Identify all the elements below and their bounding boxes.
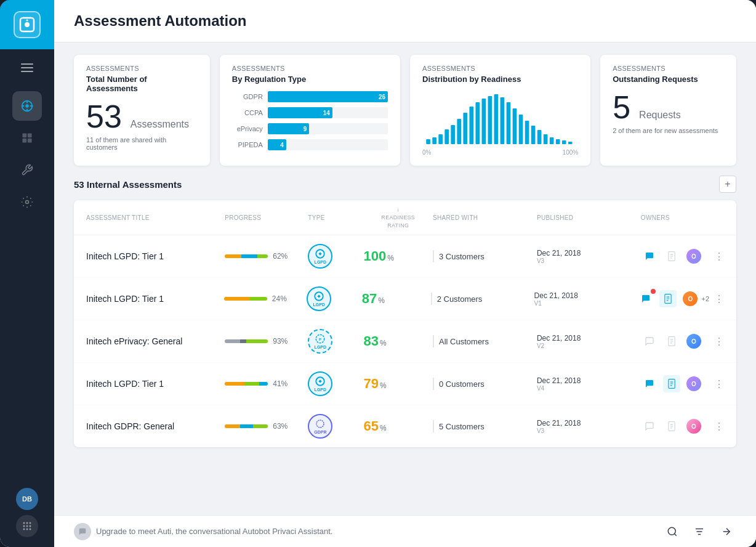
- svg-point-23: [23, 529, 25, 530]
- svg-rect-48: [562, 140, 566, 144]
- owner-avatar: O: [685, 333, 702, 350]
- svg-rect-14: [23, 139, 27, 143]
- table-section: 53 Internal Assessments + Assessment Tit…: [54, 166, 756, 515]
- assessment-name: Initech LGPD: Tier 1: [86, 379, 225, 389]
- published-cell: Dec 21, 2018 V3: [537, 419, 641, 434]
- actions-cell: O +2 ⋮: [637, 290, 724, 307]
- stat-total-unit: Assessments: [131, 119, 189, 130]
- type-badge: LGPD: [308, 371, 332, 396]
- main-content: Assessment Automation Assessments Total …: [54, 0, 756, 547]
- chat-bubble-icon: [74, 523, 91, 540]
- progress-bar: [225, 254, 268, 258]
- chat-notification-icon[interactable]: [637, 290, 654, 307]
- shared-cell: 3 Customers: [433, 250, 537, 262]
- more-menu-button[interactable]: ⋮: [714, 378, 724, 390]
- more-menu-button[interactable]: ⋮: [714, 293, 724, 305]
- bar-pipeda: PIPEDA 4: [232, 139, 388, 150]
- pub-date: Dec 21, 2018: [534, 291, 638, 300]
- stat-regulation: Assessments By Regulation Type GDPR 26 C…: [220, 55, 400, 166]
- stat-out-number: 5: [613, 91, 630, 123]
- table-title: 53 Internal Assessments: [74, 179, 182, 190]
- col-title: Assessment Title: [86, 214, 225, 221]
- bar-gdpr: GDPR 26: [232, 91, 388, 102]
- svg-line-77: [674, 533, 676, 535]
- more-menu-button[interactable]: ⋮: [714, 251, 724, 262]
- svg-rect-5: [21, 71, 33, 72]
- owner-avatar: O: [685, 418, 702, 435]
- chat-icon[interactable]: [641, 375, 658, 392]
- sidebar-item-privacy[interactable]: [12, 91, 42, 121]
- svg-rect-44: [537, 130, 542, 144]
- actions-cell: O ⋮: [641, 375, 724, 392]
- pub-date: Dec 21, 2018: [537, 334, 641, 342]
- doc-active-icon[interactable]: [659, 290, 677, 307]
- logo: [0, 0, 54, 49]
- svg-rect-33: [469, 107, 473, 144]
- sidebar-item-settings[interactable]: [12, 187, 42, 217]
- readiness-cell: 100 %: [363, 248, 433, 264]
- pub-version: V2: [537, 342, 641, 349]
- svg-rect-36: [488, 96, 493, 144]
- readiness-value: 87: [362, 291, 377, 307]
- dist-axis: 0% 100%: [422, 149, 578, 156]
- chat-icon-inactive[interactable]: [641, 333, 658, 350]
- regulation-bar-chart: GDPR 26 CCPA 14 ePrivacy: [232, 91, 388, 150]
- stats-row: Assessments Total Number of Assessments …: [54, 43, 756, 166]
- svg-point-22: [30, 525, 31, 527]
- doc-icon[interactable]: [663, 333, 680, 350]
- svg-point-7: [25, 104, 29, 108]
- col-shared: Shared With: [433, 214, 537, 221]
- shared-text: All Customers: [439, 337, 489, 346]
- dot-grid-icon[interactable]: [16, 515, 38, 537]
- export-button[interactable]: [717, 522, 736, 541]
- readiness-cell: 87 %: [362, 291, 431, 307]
- table-header: 53 Internal Assessments +: [74, 176, 736, 193]
- sidebar-item-dashboard[interactable]: [12, 123, 42, 153]
- svg-rect-3: [21, 63, 33, 65]
- readiness-value: 79: [363, 376, 378, 392]
- svg-rect-40: [513, 108, 517, 144]
- svg-rect-34: [475, 102, 480, 144]
- svg-rect-37: [494, 94, 499, 144]
- type-cell: LGPD: [307, 286, 362, 311]
- chat-bubble: Upgrade to meet Auti, the conversational…: [74, 523, 332, 540]
- published-cell: Dec 21, 2018 V4: [537, 376, 641, 392]
- stat-total-sub: 11 of them are shared with customers: [86, 136, 198, 151]
- chat-icon[interactable]: [641, 248, 658, 265]
- svg-rect-30: [451, 125, 455, 144]
- actions-cell: O ⋮: [641, 418, 724, 435]
- sidebar-item-tools[interactable]: [12, 155, 42, 185]
- svg-point-1: [25, 22, 30, 27]
- doc-icon[interactable]: [663, 248, 680, 265]
- svg-rect-28: [438, 134, 443, 144]
- bottom-bar: Upgrade to meet Auti, the conversational…: [54, 515, 756, 547]
- add-assessment-button[interactable]: +: [719, 176, 736, 193]
- published-cell: Dec 21, 2018 V1: [534, 291, 638, 307]
- menu-toggle[interactable]: [0, 54, 54, 81]
- svg-rect-31: [457, 119, 461, 144]
- chat-icon-inactive[interactable]: [641, 418, 658, 435]
- more-menu-button[interactable]: ⋮: [714, 421, 724, 432]
- doc-active-icon[interactable]: [663, 375, 680, 392]
- shared-text: 5 Customers: [439, 422, 485, 431]
- filter-button[interactable]: [690, 522, 709, 541]
- search-button[interactable]: [662, 522, 682, 541]
- progress-cell: 41%: [225, 379, 308, 388]
- owner-avatar: O: [682, 290, 699, 307]
- svg-point-24: [26, 529, 28, 530]
- doc-icon[interactable]: [663, 418, 680, 435]
- svg-rect-39: [507, 102, 511, 144]
- stat-regulation-label: Assessments: [232, 65, 388, 72]
- more-menu-button[interactable]: ⋮: [714, 336, 724, 347]
- svg-rect-42: [525, 121, 529, 144]
- assessment-name: Initech GDPR: General: [86, 421, 225, 431]
- user-avatar[interactable]: DB: [16, 488, 38, 510]
- svg-rect-15: [28, 139, 32, 143]
- stat-regulation-title: By Regulation Type: [232, 75, 388, 84]
- type-cell: P LGPD: [308, 329, 363, 354]
- bottom-actions: [662, 522, 736, 541]
- readiness-cell: 79 %: [363, 376, 433, 392]
- owners-cell: O: [685, 333, 702, 350]
- logo-icon: [14, 11, 41, 38]
- shared-cell: 2 Customers: [431, 293, 534, 305]
